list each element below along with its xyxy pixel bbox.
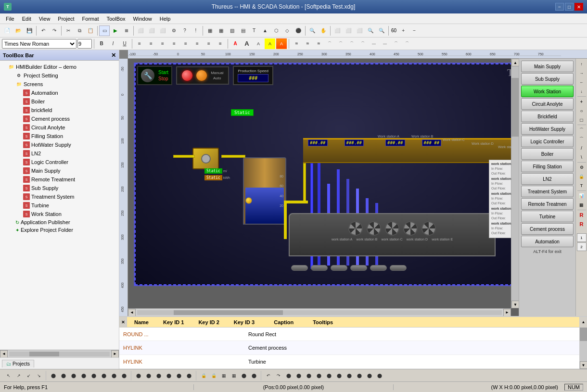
ri-arrow-down[interactable]: ↓ xyxy=(577,87,587,96)
ri-num1[interactable]: 1 xyxy=(577,233,587,242)
tree-project-setting[interactable]: ⚙ Project Setting xyxy=(0,71,119,80)
paste-button[interactable]: 📋 xyxy=(85,25,96,36)
btm-btn-22[interactable]: ▦ xyxy=(229,371,239,380)
ext-btn9[interactable]: — xyxy=(380,38,390,49)
ri-grid[interactable]: ▦ xyxy=(577,201,587,209)
tb1-btn18[interactable]: ⬜ xyxy=(332,25,343,36)
tb1-btn22[interactable]: 🔍 xyxy=(376,25,387,36)
menu-view[interactable]: View xyxy=(35,15,54,23)
justify[interactable]: ≡ xyxy=(169,38,179,49)
tree-filling[interactable]: S Filling Station xyxy=(0,132,119,140)
undo-button[interactable]: ↶ xyxy=(38,25,49,36)
align-right[interactable]: ≡ xyxy=(157,38,168,49)
scroll-left[interactable]: ◄ xyxy=(0,350,8,358)
close-button[interactable]: ✕ xyxy=(574,3,583,11)
minimize-button[interactable]: − xyxy=(555,3,564,11)
tree-explore-folder[interactable]: ✦ Explore Project Folder xyxy=(0,226,119,234)
tb1-btn17[interactable]: ✋ xyxy=(318,25,329,36)
btm-btn-4[interactable]: ↘ xyxy=(34,371,44,380)
ri-gear[interactable]: ⚙ xyxy=(577,163,587,172)
ri-red1[interactable]: R xyxy=(577,211,587,219)
btn-cement-process[interactable]: Cement process xyxy=(521,223,574,235)
start-button[interactable]: Start xyxy=(158,70,168,75)
tree-sub-supply[interactable]: S Sub Supply xyxy=(0,184,119,192)
tree-main-supply[interactable]: S Main Supply xyxy=(0,166,119,175)
ext-btn10[interactable]: ⌒ xyxy=(391,38,401,49)
btn-hotwater-supply[interactable]: HotWater Supply xyxy=(521,123,574,135)
ri-arrow-left[interactable]: ← xyxy=(577,78,587,87)
table-row[interactable]: HYLINK Cement process xyxy=(119,341,579,355)
tb-f3[interactable]: ≡ xyxy=(215,38,226,49)
btm-btn-10[interactable]: ⬤ xyxy=(99,371,109,380)
tb1-btn5[interactable]: ? xyxy=(179,25,190,36)
ri-text[interactable]: T xyxy=(577,181,587,190)
tree-circuit[interactable]: S Circuit Anolyte xyxy=(0,123,119,132)
tb1-btn16[interactable]: 🔍 xyxy=(307,25,318,36)
vscroll-thumb[interactable] xyxy=(511,78,519,137)
btm-btn-19[interactable]: 🔒 xyxy=(199,371,208,380)
tree-screens[interactable]: 📁 Screens xyxy=(0,80,119,89)
open-button[interactable]: 📂 xyxy=(13,25,24,36)
tb1-btn10[interactable]: ▤ xyxy=(238,25,248,36)
btn-circuit-anolyte[interactable]: Circuit Anolyte xyxy=(521,98,574,110)
font-size-down[interactable]: A xyxy=(253,38,264,49)
table-row[interactable]: HYLINK Turbine xyxy=(119,355,579,369)
btm-btn-29[interactable]: ⬤ xyxy=(304,371,314,380)
menu-project[interactable]: Project xyxy=(54,15,78,23)
tb1-btn11[interactable]: T xyxy=(249,25,259,36)
zoom-in[interactable]: + xyxy=(398,25,408,36)
btn-brickfield[interactable]: Brickfield xyxy=(521,111,574,122)
ri-chart[interactable]: 📊 xyxy=(577,191,587,200)
zoom-out[interactable]: − xyxy=(409,25,420,36)
tb1-btn4[interactable]: ⚙ xyxy=(168,25,179,36)
tree-automation[interactable]: S Automation xyxy=(0,89,119,97)
btm-btn-12[interactable]: ⬤ xyxy=(119,371,129,380)
tb-f1[interactable]: ≡ xyxy=(192,38,203,49)
btm-scroll-thumb[interactable] xyxy=(580,328,587,341)
btm-btn-1[interactable]: ↖ xyxy=(4,371,13,380)
ext-btn5[interactable]: ⌒ xyxy=(335,38,346,49)
ri-arrow-right[interactable]: → xyxy=(577,69,587,77)
table-row[interactable]: ROUND ... Round Rect xyxy=(119,328,579,341)
new-button[interactable]: 📄 xyxy=(2,25,13,36)
btm-btn-25[interactable]: ↶ xyxy=(264,371,273,380)
vscroll-up[interactable]: ▲ xyxy=(511,59,519,66)
ext-btn11[interactable]: ⌒ xyxy=(402,38,412,49)
btm-btn-21[interactable]: ▦ xyxy=(219,371,229,380)
bottom-vscroll[interactable]: ▼ xyxy=(579,328,587,369)
btn-sub-supply[interactable]: Sub Supply xyxy=(521,73,574,85)
design-canvas[interactable]: Thureus Solutions™ 🔧 Start Stop xyxy=(134,63,519,286)
ri-lock[interactable]: 🔒 xyxy=(577,172,587,181)
bottom-panel-close[interactable]: ✕ xyxy=(119,317,127,328)
btm-btn-34[interactable]: ⬤ xyxy=(355,371,364,380)
align-left[interactable]: ≡ xyxy=(134,38,145,49)
tree-app-publisher[interactable]: ↻ Application Publisher xyxy=(0,218,119,226)
btn-logic-controller[interactable]: Logic Controller xyxy=(521,136,574,147)
btm-btn-33[interactable]: ⬤ xyxy=(345,371,354,380)
toolbox-close[interactable]: ✕ xyxy=(111,52,116,59)
menu-toolbox[interactable]: ToolBox xyxy=(102,15,129,23)
btm-btn-32[interactable]: ⬤ xyxy=(334,371,344,380)
ri-line1[interactable]: / xyxy=(577,144,587,152)
ri-line2[interactable]: \ xyxy=(577,153,587,162)
btm-btn-20[interactable]: 🔒 xyxy=(209,371,218,380)
btn-filling-station[interactable]: Filling Station xyxy=(521,161,574,172)
tb1-btn6[interactable]: ! xyxy=(191,25,201,36)
tb1-btn20[interactable]: ⬜ xyxy=(354,25,365,36)
font-size-up[interactable]: A xyxy=(242,38,252,49)
tree-workstation[interactable]: S Work Station xyxy=(0,210,119,218)
btm-btn-8[interactable]: ⬤ xyxy=(79,371,89,380)
btm-btn-31[interactable]: ⬤ xyxy=(324,371,334,380)
btn-automation[interactable]: Automation xyxy=(521,236,574,247)
btm-btn-17[interactable]: ⬤ xyxy=(174,371,184,380)
tb1-btn1[interactable]: ⬜ xyxy=(135,25,146,36)
tb1-btn9[interactable]: ▧ xyxy=(227,25,237,36)
tb1-btn12[interactable]: ▲ xyxy=(260,25,270,36)
italic-button[interactable]: I xyxy=(108,38,118,49)
btn-main-supply[interactable]: Main Supply xyxy=(521,61,574,72)
menu-file[interactable]: File xyxy=(2,15,18,23)
tree-brickfield[interactable]: S brickfield xyxy=(0,106,119,114)
tree-logic[interactable]: S Logic Controller xyxy=(0,158,119,166)
scroll-track[interactable] xyxy=(9,352,110,356)
projects-tab[interactable]: 🗂 Projects xyxy=(2,360,34,367)
